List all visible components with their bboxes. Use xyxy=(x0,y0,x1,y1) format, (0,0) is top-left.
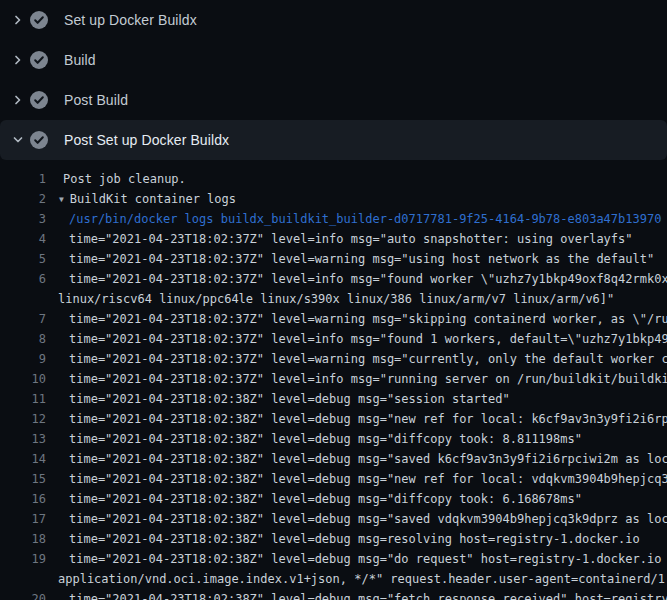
log-view: 1 Post job cleanup. 2 ▼BuildKit containe… xyxy=(0,160,667,600)
log-line: 7 time="2021-04-23T18:02:37Z" level=warn… xyxy=(0,309,667,329)
log-line: 19 time="2021-04-23T18:02:38Z" level=deb… xyxy=(0,549,667,569)
line-number[interactable]: 19 xyxy=(0,549,46,569)
log-text: time="2021-04-23T18:02:38Z" level=debug … xyxy=(69,469,667,489)
step-label: Post Set up Docker Buildx xyxy=(64,132,229,148)
log-text: time="2021-04-23T18:02:38Z" level=debug … xyxy=(69,429,582,449)
log-line: 14 time="2021-04-23T18:02:38Z" level=deb… xyxy=(0,449,667,469)
line-number xyxy=(0,569,46,589)
log-text: Post job cleanup. xyxy=(63,169,186,189)
actions-log-viewer: Set up Docker Buildx Build P xyxy=(0,0,667,600)
line-number[interactable]: 12 xyxy=(0,409,46,429)
step-row-expanded[interactable]: Post Set up Docker Buildx xyxy=(0,120,667,160)
log-line: linux/riscv64 linux/ppc64le linux/s390x … xyxy=(0,289,667,309)
line-number xyxy=(0,289,46,309)
line-number[interactable]: 18 xyxy=(0,529,46,549)
chevron-right-icon[interactable] xyxy=(10,52,26,68)
line-number[interactable]: 13 xyxy=(0,429,46,449)
log-text: time="2021-04-23T18:02:38Z" level=debug … xyxy=(69,549,667,569)
step-row-collapsed[interactable]: Build xyxy=(0,40,667,80)
log-line: application/vnd.oci.image.index.v1+json,… xyxy=(0,569,667,589)
log-line: 10 time="2021-04-23T18:02:37Z" level=inf… xyxy=(0,369,667,389)
log-text: time="2021-04-23T18:02:38Z" level=debug … xyxy=(69,449,667,469)
log-text: time="2021-04-23T18:02:38Z" level=debug … xyxy=(69,509,667,529)
triangle-down-icon[interactable]: ▼ xyxy=(59,190,64,209)
line-number[interactable]: 20 xyxy=(0,589,46,600)
log-text: time="2021-04-23T18:02:37Z" level=info m… xyxy=(69,329,667,349)
log-text: ▼BuildKit container logs xyxy=(59,189,236,209)
line-number[interactable]: 10 xyxy=(0,369,46,389)
log-text: time="2021-04-23T18:02:37Z" level=info m… xyxy=(69,269,667,289)
step-label: Build xyxy=(64,52,96,68)
line-number[interactable]: 15 xyxy=(0,469,46,489)
log-line: 13 time="2021-04-23T18:02:38Z" level=deb… xyxy=(0,429,667,449)
log-text: time="2021-04-23T18:02:37Z" level=warnin… xyxy=(69,249,654,269)
chevron-right-icon[interactable] xyxy=(10,92,26,108)
log-text: time="2021-04-23T18:02:38Z" level=debug … xyxy=(69,489,582,509)
log-text: time="2021-04-23T18:02:38Z" level=debug … xyxy=(69,529,640,549)
log-line: 11 time="2021-04-23T18:02:38Z" level=deb… xyxy=(0,389,667,409)
log-line: 2 ▼BuildKit container logs xyxy=(0,189,667,209)
check-circle-icon xyxy=(30,91,48,109)
log-line: 6 time="2021-04-23T18:02:37Z" level=info… xyxy=(0,269,667,289)
command-text: /usr/bin/docker logs buildx_buildkit_bui… xyxy=(69,209,661,229)
log-text: time="2021-04-23T18:02:38Z" level=debug … xyxy=(69,589,667,600)
log-line: 5 time="2021-04-23T18:02:37Z" level=warn… xyxy=(0,249,667,269)
log-line: 20 time="2021-04-23T18:02:38Z" level=deb… xyxy=(0,589,667,600)
line-number[interactable]: 5 xyxy=(0,249,46,269)
log-line: 4 time="2021-04-23T18:02:37Z" level=info… xyxy=(0,229,667,249)
line-number[interactable]: 9 xyxy=(0,349,46,369)
line-number[interactable]: 14 xyxy=(0,449,46,469)
step-row-collapsed[interactable]: Post Build xyxy=(0,80,667,120)
check-circle-icon xyxy=(30,131,48,149)
log-text: time="2021-04-23T18:02:37Z" level=info m… xyxy=(69,369,667,389)
line-number[interactable]: 7 xyxy=(0,309,46,329)
log-text: time="2021-04-23T18:02:38Z" level=debug … xyxy=(69,389,510,409)
line-number[interactable]: 8 xyxy=(0,329,46,349)
line-number[interactable]: 1 xyxy=(0,169,46,189)
line-number[interactable]: 17 xyxy=(0,509,46,529)
log-line: 12 time="2021-04-23T18:02:38Z" level=deb… xyxy=(0,409,667,429)
check-circle-icon xyxy=(30,51,48,69)
log-line: 18 time="2021-04-23T18:02:38Z" level=deb… xyxy=(0,529,667,549)
check-circle-icon xyxy=(30,11,48,29)
log-text: linux/riscv64 linux/ppc64le linux/s390x … xyxy=(58,289,614,309)
line-number[interactable]: 6 xyxy=(0,269,46,289)
log-line: 9 time="2021-04-23T18:02:37Z" level=warn… xyxy=(0,349,667,369)
log-line: 17 time="2021-04-23T18:02:38Z" level=deb… xyxy=(0,509,667,529)
step-label: Post Build xyxy=(64,92,128,108)
line-number[interactable]: 16 xyxy=(0,489,46,509)
log-text: time="2021-04-23T18:02:37Z" level=warnin… xyxy=(69,349,667,369)
line-number[interactable]: 2 xyxy=(0,189,46,209)
line-number[interactable]: 11 xyxy=(0,389,46,409)
chevron-right-icon[interactable] xyxy=(10,12,26,28)
log-text: time="2021-04-23T18:02:37Z" level=info m… xyxy=(69,229,633,249)
log-text: application/vnd.oci.image.index.v1+json,… xyxy=(58,569,667,589)
log-line: 1 Post job cleanup. xyxy=(0,169,667,189)
line-number[interactable]: 4 xyxy=(0,229,46,249)
step-label: Set up Docker Buildx xyxy=(64,12,197,28)
log-line: 8 time="2021-04-23T18:02:37Z" level=info… xyxy=(0,329,667,349)
log-line: 16 time="2021-04-23T18:02:38Z" level=deb… xyxy=(0,489,667,509)
log-line: 3 /usr/bin/docker logs buildx_buildkit_b… xyxy=(0,209,667,229)
chevron-down-icon[interactable] xyxy=(10,132,26,148)
log-text: time="2021-04-23T18:02:37Z" level=warnin… xyxy=(69,309,667,329)
steps-list: Set up Docker Buildx Build P xyxy=(0,0,667,160)
log-text: time="2021-04-23T18:02:38Z" level=debug … xyxy=(69,409,667,429)
step-row-collapsed[interactable]: Set up Docker Buildx xyxy=(0,0,667,40)
line-number[interactable]: 3 xyxy=(0,209,46,229)
log-line: 15 time="2021-04-23T18:02:38Z" level=deb… xyxy=(0,469,667,489)
group-title[interactable]: BuildKit container logs xyxy=(70,192,236,206)
